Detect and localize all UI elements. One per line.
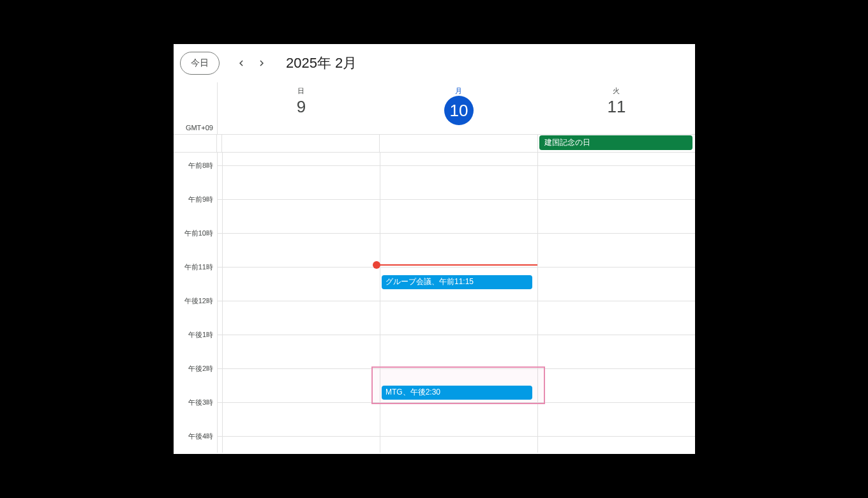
hour-line <box>218 436 222 437</box>
calendar-header: 今日 2025年 2月 <box>174 44 695 82</box>
day-header-tue[interactable]: 火 11 <box>537 82 695 134</box>
hour-line <box>538 335 695 335</box>
hour-line <box>380 301 537 301</box>
hour-line <box>538 301 695 301</box>
hour-line <box>380 267 537 268</box>
dow-label: 日 <box>223 86 380 96</box>
allday-spacer <box>217 135 222 152</box>
now-indicator-dot <box>373 261 380 269</box>
day-number: 9 <box>223 97 380 117</box>
hour-line <box>380 402 537 403</box>
hour-line <box>223 335 380 335</box>
gutter-spacer <box>217 82 222 134</box>
hour-line <box>380 368 537 369</box>
day-header-mon[interactable]: 月 10 <box>380 82 537 134</box>
hour-line <box>223 402 380 403</box>
hour-line <box>380 199 537 200</box>
dow-label: 月 <box>380 86 537 96</box>
hour-line <box>538 402 695 403</box>
hour-line <box>223 267 380 268</box>
time-label: 午後4時 <box>188 432 213 441</box>
hour-line <box>223 199 380 200</box>
hour-line <box>223 436 380 437</box>
allday-gutter <box>174 135 217 152</box>
hour-line <box>380 165 537 166</box>
today-button[interactable]: 今日 <box>180 52 220 75</box>
hour-line <box>218 301 222 301</box>
hour-line <box>218 165 222 166</box>
grid-body: 午前8時午前9時午前10時午前11時午後12時午後1時午後2時午後3時午後4時 … <box>174 153 695 453</box>
allday-cell-tue[interactable]: 建国記念の日 <box>538 135 695 152</box>
hour-line <box>223 165 380 166</box>
time-label: 午後12時 <box>184 296 213 306</box>
hour-line <box>380 233 537 234</box>
prev-button[interactable] <box>232 54 250 72</box>
nav-arrows <box>232 54 271 72</box>
hour-line <box>538 165 695 166</box>
calendar-window: 今日 2025年 2月 GMT+09 日 9 月 10 火 11 <box>174 44 695 454</box>
hour-line <box>223 301 380 301</box>
day-column-tue[interactable] <box>537 153 695 453</box>
hour-line <box>218 233 222 234</box>
allday-cell-sun[interactable] <box>222 135 380 152</box>
hour-line <box>218 402 222 403</box>
hour-line <box>218 199 222 200</box>
day-column-mon[interactable]: グループ会議、午前11:15MTG、午後2:30 <box>380 153 537 453</box>
day-column-sun[interactable] <box>222 153 380 453</box>
allday-cell-mon[interactable] <box>380 135 537 152</box>
hour-line <box>380 335 537 335</box>
time-label: 午後2時 <box>188 364 213 374</box>
hour-line <box>218 335 222 335</box>
chevron-left-icon <box>236 57 247 69</box>
now-indicator <box>377 264 537 266</box>
hour-line <box>538 267 695 268</box>
dow-label: 火 <box>538 86 695 96</box>
hour-line <box>538 368 695 369</box>
event-mtg[interactable]: MTG、午後2:30 <box>382 386 532 400</box>
time-label: 午前9時 <box>188 195 213 204</box>
date-title: 2025年 2月 <box>286 54 357 73</box>
day-header-sun[interactable]: 日 9 <box>222 82 380 134</box>
time-label: 午後3時 <box>188 398 213 407</box>
time-label: 午前10時 <box>184 229 213 238</box>
hour-line <box>538 233 695 234</box>
time-label: 午後1時 <box>188 330 213 340</box>
grid-inner: 午前8時午前9時午前10時午前11時午後12時午後1時午後2時午後3時午後4時 … <box>174 153 695 453</box>
day-number: 10 <box>444 96 474 125</box>
day-number: 11 <box>538 97 695 117</box>
timezone-label: GMT+09 <box>186 124 213 132</box>
time-label: 午前8時 <box>188 161 213 170</box>
hour-line <box>223 233 380 234</box>
event-group-meeting[interactable]: グループ会議、午前11:15 <box>382 275 532 289</box>
hour-line <box>218 267 222 268</box>
allday-event-holiday[interactable]: 建国記念の日 <box>539 135 692 150</box>
gutter-spacer-col <box>217 153 222 453</box>
allday-row: 建国記念の日 <box>174 135 695 153</box>
hour-line <box>218 368 222 369</box>
timezone-gutter: GMT+09 <box>174 82 217 134</box>
hour-line <box>380 436 537 437</box>
hour-line <box>538 199 695 200</box>
chevron-right-icon <box>256 57 267 69</box>
time-label: 午前11時 <box>184 262 213 272</box>
hour-line <box>538 436 695 437</box>
hour-line <box>223 368 380 369</box>
columns-header: GMT+09 日 9 月 10 火 11 <box>174 82 695 135</box>
next-button[interactable] <box>253 54 271 72</box>
time-gutter: 午前8時午前9時午前10時午前11時午後12時午後1時午後2時午後3時午後4時 <box>174 153 217 453</box>
